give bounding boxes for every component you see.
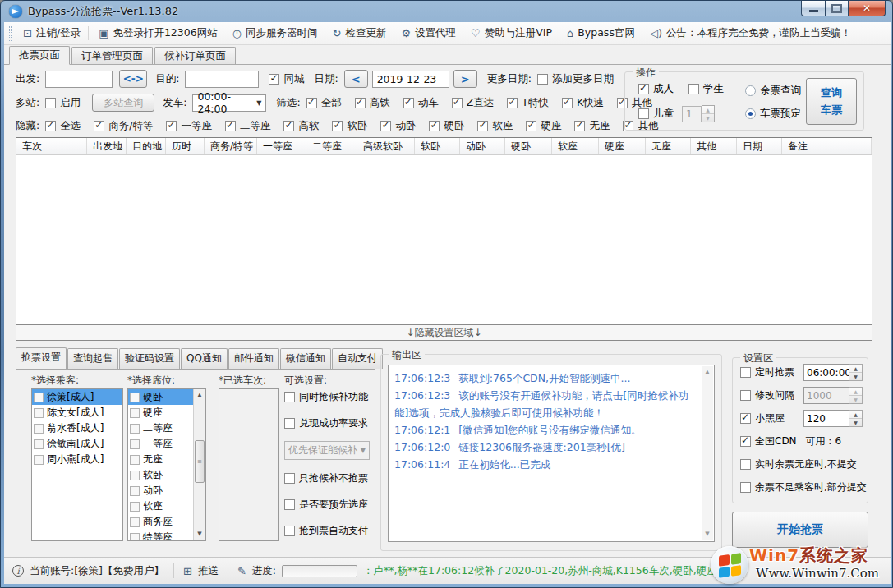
table-column-header[interactable]: 其他 — [691, 138, 737, 154]
hide-seat-checkbox[interactable]: 无座 — [574, 119, 610, 133]
scroll-up-icon[interactable]: ▲ — [194, 389, 205, 402]
toolbar-item[interactable]: ◷ 同步服务器时间 — [225, 26, 325, 40]
hide-seat-checkbox[interactable]: 高软 — [283, 119, 319, 133]
table-column-header[interactable]: 硬座 — [599, 138, 646, 154]
grab-panel-tab[interactable]: 自动支付 — [332, 348, 383, 369]
scroll-down-icon[interactable]: ▼ — [194, 528, 205, 540]
scroll-thumb[interactable]: ≡ — [195, 440, 205, 483]
table-column-header[interactable]: 车次 — [16, 138, 87, 154]
toolbar-item[interactable]: ▣ 免登录打开12306网站 — [91, 26, 225, 40]
multi-query-button[interactable]: 多站查询 — [92, 94, 154, 112]
main-tab[interactable]: 抢票页面 — [9, 46, 70, 65]
output-scrollbar[interactable]: ▲ ▼ — [702, 366, 713, 540]
depart-time-dropdown[interactable]: 00:00-24:00 — [192, 94, 266, 112]
hide-seat-checkbox[interactable]: 商务/特等 — [94, 119, 153, 133]
train-type-checkbox[interactable]: 高铁 — [355, 96, 390, 110]
hide-seat-checkbox[interactable]: 一等座 — [166, 119, 212, 133]
grab-panel-tab[interactable]: QQ通知 — [181, 348, 228, 369]
no-seat-no-submit-checkbox[interactable]: 实时余票无座时,不提交 — [740, 457, 857, 471]
train-type-checkbox[interactable]: 动车 — [403, 96, 439, 110]
child-checkbox[interactable]: 儿童 — [638, 107, 674, 121]
seat-item[interactable]: 无座 — [128, 452, 193, 467]
main-tab[interactable]: 订单管理页面 — [71, 47, 153, 64]
table-column-header[interactable]: 目的地 — [127, 138, 166, 154]
interval-checkbox[interactable]: 修改间隔 — [740, 388, 794, 402]
seat-list-scrollbar[interactable]: ▲ ≡ ▼ — [193, 389, 205, 540]
table-column-header[interactable]: 出发地 — [87, 138, 127, 154]
hide-seat-checkbox[interactable]: 软座 — [477, 119, 513, 133]
timed-grab-time-input[interactable]: 06:00:00 — [803, 364, 849, 381]
grab-panel-tab[interactable]: 微信通知 — [280, 348, 331, 369]
hide-seat-checkbox[interactable]: 二等座 — [225, 119, 271, 133]
table-column-header[interactable]: 一等座 — [257, 138, 306, 154]
toolbar-item[interactable]: ⊡ 注销/登录 — [16, 26, 89, 40]
interval-input[interactable]: 1000 — [803, 387, 849, 404]
timed-grab-checkbox[interactable]: 定时抢票 — [740, 365, 794, 379]
child-count-input[interactable]: 1 — [682, 106, 702, 122]
output-log-list[interactable]: 17:06:12:3获取到:765个CDN,开始智能测速中... 17:06:1… — [388, 365, 715, 542]
table-column-header[interactable]: 历时 — [166, 138, 205, 154]
blacklist-stepper[interactable]: ▲▼ — [849, 410, 863, 427]
train-type-checkbox[interactable]: Z直达 — [452, 96, 495, 110]
depart-input[interactable] — [45, 71, 113, 88]
blacklist-checkbox[interactable]: 小黑屋 — [740, 411, 785, 425]
seat-item[interactable]: 特等座 — [128, 530, 193, 541]
table-column-header[interactable]: 无座 — [646, 138, 691, 154]
seat-item[interactable]: 硬座 — [128, 405, 193, 420]
partial-submit-checkbox[interactable]: 余票不足乘客时,部分提交 — [740, 480, 867, 494]
push-label[interactable]: 推送 — [198, 564, 219, 578]
timed-grab-stepper[interactable]: ▲▼ — [849, 364, 863, 381]
date-input[interactable]: 2019-12-23 — [372, 71, 449, 88]
train-type-checkbox[interactable]: K快速 — [562, 96, 604, 110]
maximize-button[interactable] — [826, 1, 849, 16]
seat-item[interactable]: 商务座 — [128, 514, 193, 530]
optional-setting-checkbox[interactable]: 同时抢候补功能 — [284, 388, 373, 405]
seat-item[interactable]: 软座 — [128, 498, 193, 514]
scroll-down-icon[interactable]: ▼ — [702, 528, 713, 540]
start-grab-button[interactable]: 开始抢票 — [732, 512, 868, 548]
swap-stations-button[interactable]: <-> — [119, 70, 147, 88]
add-more-dates-checkbox[interactable]: 添加更多日期 — [537, 72, 614, 86]
passenger-item[interactable]: 周小燕[成人] — [32, 452, 122, 467]
hide-seat-checkbox[interactable]: 硬卧 — [429, 119, 464, 133]
cdn-checkbox[interactable]: 全国CDN — [740, 434, 797, 448]
optional-setting-checkbox[interactable]: 是否要预先选座 — [284, 496, 373, 512]
grab-panel-tab[interactable]: 查询起售 — [67, 348, 118, 369]
title-bar[interactable]: Bypass-分流抢票--Ver1.13.82 — [1, 1, 892, 22]
table-column-header[interactable]: 高级软卧 — [357, 138, 415, 154]
multi-enable-checkbox[interactable]: 启用 — [45, 96, 81, 110]
seat-item[interactable]: 二等座 — [128, 420, 193, 436]
same-city-checkbox[interactable]: 同城 — [269, 72, 304, 86]
selected-trains-list[interactable] — [219, 388, 279, 541]
toolbar-item[interactable]: ⌂ Bypass官网 — [559, 26, 642, 40]
adult-checkbox[interactable]: 成人 — [638, 82, 674, 96]
minimize-button[interactable] — [801, 1, 826, 16]
passenger-item[interactable]: 徐策[成人] — [32, 389, 122, 405]
hidden-settings-divider[interactable]: ↓隐藏设置区域↓ — [16, 324, 872, 341]
train-type-checkbox[interactable]: T特快 — [507, 96, 549, 110]
hide-seat-checkbox[interactable]: 全选 — [45, 119, 81, 133]
seat-item[interactable]: 硬卧 — [128, 389, 193, 405]
passenger-item[interactable]: 徐敏南[成人] — [32, 436, 122, 452]
seat-item[interactable]: 软卧 — [128, 467, 193, 483]
optional-setting-checkbox[interactable]: 兑现成功率要求 — [284, 415, 373, 431]
table-column-header[interactable]: 商务/特等 — [205, 138, 257, 154]
train-type-checkbox[interactable]: 全部 — [306, 96, 342, 110]
passenger-item[interactable]: 陈文女[成人] — [32, 405, 122, 420]
interval-stepper[interactable]: ▲▼ — [849, 387, 863, 404]
table-column-header[interactable]: 动卧 — [460, 138, 505, 154]
seat-item[interactable]: 一等座 — [128, 436, 193, 452]
toolbar-item[interactable]: ↻ 检查更新 — [325, 26, 394, 40]
grab-panel-tab[interactable]: 抢票设置 — [16, 347, 67, 370]
hide-seat-checkbox[interactable]: 动卧 — [380, 119, 416, 133]
ticket-query-radio[interactable]: 余票查询 — [745, 84, 801, 98]
grab-panel-tab[interactable]: 邮件通知 — [228, 348, 279, 369]
child-count-stepper[interactable]: ▲▼ — [702, 105, 715, 122]
optional-setting-checkbox[interactable]: 抢到票自动支付 — [284, 522, 373, 539]
table-column-header[interactable]: 软座 — [552, 138, 599, 154]
table-column-header[interactable]: 日期 — [737, 138, 782, 154]
student-checkbox[interactable]: 学生 — [688, 82, 724, 96]
grab-panel-tab[interactable]: 验证码设置 — [119, 348, 180, 369]
toolbar-item[interactable]: ⚙ 设置代理 — [394, 26, 463, 40]
toolbar-item[interactable]: ◁) 公告：本程序完全免费，谨防上当受骗！ — [642, 26, 858, 40]
